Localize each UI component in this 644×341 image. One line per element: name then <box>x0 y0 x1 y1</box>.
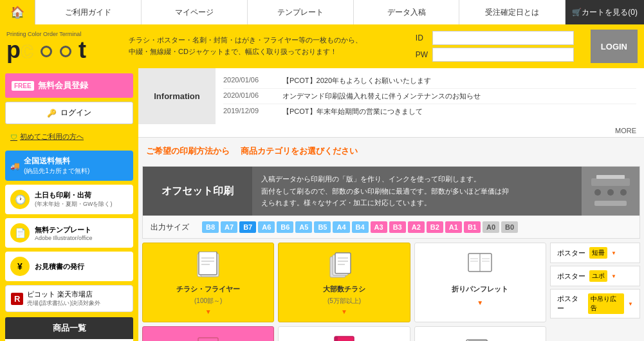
info-item-2: 2019/12/09 【PCOT】年末年始期間の営業につきまして <box>223 104 636 119</box>
right-product-tag-3: 中吊り広告 <box>588 293 624 314</box>
rakuten-title: ピコット 楽天市場店 <box>27 290 100 299</box>
first-time-label: 初めてご利用の方へ <box>20 132 84 142</box>
content-area: FREE 無料会員登録 🔑 ログイン 🛡 初めてご利用の方へ 🚚 全国送料無料 … <box>0 68 644 341</box>
right-product-poster-tanzan[interactable]: ポスター 短冊 ▼ <box>550 243 640 263</box>
size-tag-a5[interactable]: A5 <box>295 221 312 233</box>
pw-row: PW <box>416 48 574 62</box>
nav-tab-guide[interactable]: ご利用ガイド <box>35 0 142 24</box>
product-sub-flyer: (100部～) <box>194 297 222 306</box>
login-button[interactable]: LOGIN <box>591 30 638 63</box>
size-tag-b2[interactable]: B2 <box>427 221 443 233</box>
sat-sun-title: 土日も印刷・出荷 <box>35 190 113 200</box>
sidebar: FREE 無料会員登録 🔑 ログイン 🛡 初めてご利用の方へ 🚚 全国送料無料 … <box>0 68 138 341</box>
quote-title: お見積書の発行 <box>35 262 84 272</box>
right-product-tag-2: ユポ <box>589 270 607 282</box>
size-tag-a7[interactable]: A7 <box>221 221 237 233</box>
booklet-icon <box>328 333 360 341</box>
logo-brand-name: pc t <box>6 39 116 62</box>
clock-icon: 🕐 <box>10 190 30 209</box>
flyer-icon <box>192 250 225 282</box>
size-tag-b1[interactable]: B1 <box>464 221 481 233</box>
size-tag-b6[interactable]: B6 <box>277 221 293 233</box>
size-tag-a2[interactable]: A2 <box>408 221 425 233</box>
rakuten-r-logo: R <box>11 293 23 305</box>
product-card-poster[interactable]: ポスター (10部以上) ▼ <box>142 326 274 341</box>
info-more-link[interactable]: MORE <box>138 124 644 138</box>
info-label: Information <box>138 68 216 124</box>
size-tag-a3[interactable]: A3 <box>371 221 387 233</box>
pw-input[interactable] <box>432 48 574 62</box>
right-product-poster-hanging[interactable]: ポスター 中吊り広告 ▼ <box>550 289 640 318</box>
pw-label: PW <box>416 50 428 59</box>
nav-tab-order-date[interactable]: 受注確定日とは <box>459 0 566 24</box>
free-template-title: 無料テンプレート <box>35 225 92 235</box>
product-card-postcard[interactable]: はがき・ポストカード ▼ <box>414 326 546 341</box>
product-card-booklet[interactable]: 中綴じ冊子 ▼ <box>278 326 410 341</box>
pamphlet-icon <box>464 250 496 282</box>
main-header: 🏠 ご利用ガイド マイページ テンプレート データ入稿 受注確定日とは 🛒 カー… <box>0 0 644 24</box>
free-shipping-title: 全国送料無料 <box>24 156 89 167</box>
product-card-pamphlet[interactable]: 折りパンフレット ▼ <box>414 243 546 322</box>
free-template-sub: Adobe Illustrator/office <box>35 235 92 241</box>
id-label: ID <box>416 33 428 42</box>
category-title: ご希望の印刷方法から 商品カテゴリをお選びください <box>138 140 644 162</box>
home-button[interactable]: 🏠 <box>0 0 35 24</box>
size-tag-b8[interactable]: B8 <box>202 221 219 233</box>
size-tag-a1[interactable]: A1 <box>445 221 462 233</box>
poster-icon <box>192 333 225 341</box>
chevron-down-icon-3: ▼ <box>477 299 483 306</box>
nav-tab-mypage[interactable]: マイページ <box>142 0 248 24</box>
print-machine-icon <box>585 172 636 210</box>
info-list: 2020/01/06 【PCOT】2020年もよろしくお願いいたします 2020… <box>216 68 644 124</box>
product-sub-bulk: (5万部以上) <box>327 297 361 306</box>
document-icon: 📄 <box>10 223 30 243</box>
right-product-poster-yupo[interactable]: ポスター ユポ ▼ <box>550 266 640 286</box>
size-tags: B8 A7 B7 A6 B6 A5 B5 A4 B4 A3 B3 A2 B2 A… <box>202 221 518 233</box>
nav-tab-upload[interactable]: データ入稿 <box>354 0 460 24</box>
size-tag-b4[interactable]: B4 <box>352 221 369 233</box>
svg-point-3 <box>594 189 601 196</box>
info-text-1: オンデマンド印刷設備入れ替えに伴うメンテナンスのお知らせ <box>282 91 481 101</box>
shield-icon: 🛡 <box>10 133 17 141</box>
print-method-section: オフセット印刷 入稿データから印刷用の「版」を作り、インクを使って印刷します。 … <box>142 166 640 239</box>
id-row: ID <box>416 31 574 45</box>
free-template-service: 📄 無料テンプレート Adobe Illustrator/office <box>5 218 133 248</box>
cart-button[interactable]: 🛒 カートを見る (0) <box>566 0 644 24</box>
register-label: 無料会員登録 <box>38 80 88 91</box>
product-card-flyer[interactable]: チラシ・フライヤー (100部～) ▼ <box>142 243 274 322</box>
chevron-right-icon-1: ▼ <box>611 250 616 256</box>
output-size-row: 出力サイズ B8 A7 B7 A6 B6 A5 B5 A4 B4 A3 B3 A… <box>143 216 639 238</box>
sat-sun-sub: (年末年始・夏期・GWを除く) <box>35 200 113 208</box>
size-tag-a6[interactable]: A6 <box>258 221 275 233</box>
right-product-poster-label-3: ポスター <box>557 294 584 313</box>
size-tag-a4[interactable]: A4 <box>333 221 349 233</box>
logo-description: チラシ・ポスター・名刺・封筒・はがき・フライヤー等の一枚ものから、 中綴・無線綴… <box>129 35 403 57</box>
print-machine-image <box>582 167 639 216</box>
product-card-bulk-flyer[interactable]: 大部数チラシ (5万部以上) ▼ <box>278 243 410 322</box>
rakuten-banner: R ピコット 楽天市場店 売場(請求書払い)決済対象外 <box>5 285 133 312</box>
offset-description: 入稿データから印刷用の「版」を作り、インクを使って印刷します。 面付をして刷るの… <box>252 167 582 216</box>
offset-label: オフセット印刷 <box>143 167 252 216</box>
size-tag-b5[interactable]: B5 <box>314 221 331 233</box>
size-tag-b0[interactable]: B0 <box>501 221 518 233</box>
size-tag-a0[interactable]: A0 <box>483 221 499 233</box>
chevron-right-icon-2: ▼ <box>611 273 616 279</box>
size-tag-b3[interactable]: B3 <box>389 221 406 233</box>
logo-area: Printing Color Order Terminal pc t チラシ・ポ… <box>0 24 644 68</box>
sidebar-login-button[interactable]: 🔑 ログイン <box>5 102 133 124</box>
size-tag-b7[interactable]: B7 <box>239 221 256 233</box>
nav-tab-template[interactable]: テンプレート <box>248 0 354 24</box>
first-time-link[interactable]: 🛡 初めてご利用の方へ <box>5 128 133 145</box>
svg-point-4 <box>607 189 614 196</box>
postcard-icon <box>464 333 496 341</box>
svg-point-5 <box>620 189 627 196</box>
info-text-2: 【PCOT】年末年始期間の営業につきまして <box>282 107 423 116</box>
quote-service: ¥ お見積書の発行 <box>5 252 133 281</box>
register-button[interactable]: FREE 無料会員登録 <box>5 73 133 98</box>
product-name-pamphlet: 折りパンフレット <box>452 284 508 294</box>
product-left-grid: チラシ・フライヤー (100部～) ▼ <box>142 243 546 341</box>
print-method-header: オフセット印刷 入稿データから印刷用の「版」を作り、インクを使って印刷します。 … <box>143 167 639 216</box>
category-title-prefix: ご希望の印刷方法から <box>146 146 230 156</box>
id-input[interactable] <box>432 31 574 45</box>
svg-rect-1 <box>591 178 630 186</box>
